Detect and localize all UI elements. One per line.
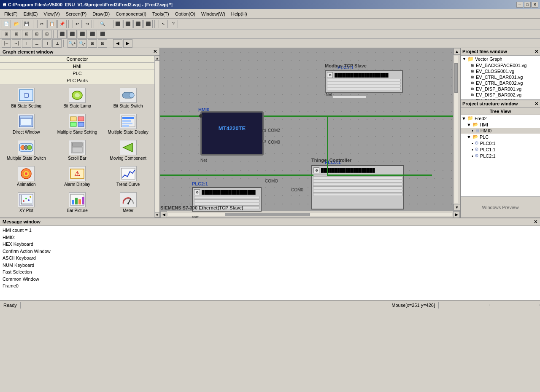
comp-direct-window[interactable]: Direct Window [2,112,51,137]
comp-xy-plot[interactable]: XY Plot [2,191,51,215]
tb-find[interactable]: 🔍 [98,20,107,28]
hscroll-right[interactable]: ▶ [453,211,460,218]
section-connector[interactable]: Connector [0,56,154,63]
tb-btn6[interactable]: ⬛ [123,20,132,28]
tb-help2[interactable]: ? [169,20,178,28]
tb-save[interactable]: 💾 [22,20,31,28]
close-button[interactable]: ✕ [532,2,538,8]
file-ev-disp-bar001[interactable]: 🗎EV_DISP_BAR001.vg [469,86,540,92]
comp-bit-state-switch[interactable]: Bit State Switch [103,86,153,110]
file-ev-backspace001[interactable]: 🗎EV_BACKSPACE001.vg [469,62,540,68]
project-files-close[interactable]: ✕ [535,49,538,54]
message-window-close[interactable]: ✕ [534,219,537,225]
tb2-btn7[interactable]: ⬛ [68,30,77,38]
tb-paste[interactable]: 📌 [57,20,67,28]
vscroll-up[interactable]: ▲ [454,48,460,55]
menu-view[interactable]: View(V) [41,11,62,17]
hscroll-track[interactable] [168,213,452,216]
hscroll-left[interactable]: ◀ [160,211,167,218]
tb-new[interactable]: 📄 [2,20,11,28]
file-ev-ctrl-bar002[interactable]: 🗎EV_CTRL_BAR002.vg [469,80,540,86]
tb3-btn3[interactable]: ⊤ [22,39,31,48]
tree-hmi[interactable]: ▼📂 HMI [461,121,540,128]
maximize-button[interactable]: □ [524,2,531,8]
left-panel-close[interactable]: ✕ [153,49,157,54]
comp-moving-component[interactable]: Moving Component [103,138,153,163]
menu-window[interactable]: Window(W) [199,11,228,17]
tb3-btn2[interactable]: →| [12,39,21,48]
comp-meter[interactable]: Meter [103,191,153,215]
plc1-block[interactable]: ⚙ ████████████████████ [325,70,403,93]
tree-plc0[interactable]: •⚙ PLC0:1 [461,140,540,146]
scroll-down-arrow[interactable]: ▼ [155,212,160,217]
comp-multiple-state-switch[interactable]: Multiple State Switch [2,138,51,163]
tb2-btn3[interactable]: ⊞ [22,30,31,38]
vscroll-track[interactable] [454,56,458,203]
comp-animation[interactable]: Animation [2,164,51,189]
section-hmi[interactable]: HMI [0,63,154,70]
tree-root-fred2[interactable]: ▼📁 Fred2 [461,115,540,121]
menu-option[interactable]: Option(O) [173,11,198,17]
menu-file[interactable]: File(F) [2,11,20,17]
tb2-btn10[interactable]: ⬛ [98,30,107,38]
tb-btn7[interactable]: ⬛ [133,20,143,28]
file-ev-disp-bar002[interactable]: 🗎EV_DISP_BAR002.vg [469,92,540,98]
tb-cut[interactable]: ✂ [37,20,46,28]
tb-btn5[interactable]: ⬛ [113,20,122,28]
tb3-btn5[interactable]: |⊤ [42,39,51,48]
scroll-track[interactable] [155,61,159,212]
hmi-device[interactable]: MT4220TE [200,111,264,156]
tb3-zoom-in[interactable]: 🔍+ [68,39,77,48]
comp-alarm-display[interactable]: ⚠ Alarm Display [53,164,102,189]
scroll-up-arrow[interactable]: ▲ [155,56,160,61]
tb2-btn2[interactable]: ⊞ [12,30,21,38]
comp-trend-curve[interactable]: Trend Curve [103,164,153,189]
menu-help[interactable]: Help(H) [229,11,250,17]
vscroll-down[interactable]: ▼ [454,204,460,211]
tb3-prev[interactable]: ◀ [113,39,122,48]
plc0-block[interactable]: ⚙ ████████████████████ [311,165,404,209]
comp-scroll-bar[interactable]: Scroll Bar [53,138,102,163]
tb2-btn5[interactable]: ⊞ [42,30,51,38]
comp-multiple-state-display[interactable]: Multiple State Display [103,112,153,137]
menu-tools[interactable]: Tools(T) [150,11,172,17]
tb2-btn6[interactable]: ⬛ [57,30,67,38]
tb3-zoom-out[interactable]: 🔍- [78,39,87,48]
message-content[interactable]: HMI count = 1 HMI0: HEX Keyboard Confirm… [0,226,540,300]
tree-plc2[interactable]: •⚙ PLC2:1 [461,153,540,159]
tb-select[interactable]: ↖ [159,20,168,28]
tb3-btn6[interactable]: |⊥ [52,39,62,48]
comp-multiple-state-setting[interactable]: Multiple State Setting [53,112,102,137]
comp-bit-state-lamp[interactable]: Bit State Lamp [53,86,102,110]
tb3-btn9[interactable]: ⊞ [88,39,97,48]
project-struct-tree[interactable]: ▼📁 Fred2 ▼📂 HMI •🖥 HMI0 ▼� [461,115,540,196]
tb2-btn1[interactable]: ⊞ [2,30,11,38]
tree-hmi0[interactable]: •🖥 HMI0 [461,128,540,134]
canvas-content[interactable]: HMI0 MT4220TE COM2 COM0 Net [160,48,453,211]
project-struct-close[interactable]: ✕ [535,101,538,107]
tb2-btn8[interactable]: ⬛ [78,30,87,38]
menu-edit[interactable]: Edit(E) [21,11,40,17]
menu-screen[interactable]: Screen(P) [63,11,89,17]
section-plc-parts[interactable]: PLC Parts [0,77,154,84]
file-ev-close001[interactable]: 🗎EV_CLOSE001.vg [469,68,540,74]
tb3-next[interactable]: ▶ [123,39,132,48]
menu-draw[interactable]: Draw(D) [90,11,112,17]
tb3-btn1[interactable]: |← [2,39,11,48]
section-plc[interactable]: PLC [0,70,154,77]
tree-plc1[interactable]: •⚙ PLC1:1 [461,146,540,153]
tb2-btn9[interactable]: ⬛ [88,30,97,38]
vscroll-thumb[interactable] [454,63,458,93]
tb-copy[interactable]: 📋 [47,20,57,28]
tree-plc[interactable]: ▼📂 PLC [461,134,540,140]
menu-components[interactable]: Components(I) [113,11,149,17]
tb2-btn4[interactable]: ⊞ [32,30,41,38]
hscroll-thumb[interactable] [225,213,310,216]
tb3-btn4[interactable]: ⊥ [32,39,41,48]
tb-open[interactable]: 📂 [12,20,21,28]
tb-undo[interactable]: ↩ [73,20,82,28]
tree-folder-vector-graph[interactable]: ▼ 📁 Vector Graph [461,56,540,62]
comp-bar-picture[interactable]: Bar Picture [53,191,102,215]
tb-redo[interactable]: ↪ [83,20,92,28]
project-files-tree[interactable]: ▼ 📁 Vector Graph 🗎EV_BACKSPACE001.vg 🗎EV… [461,56,540,99]
